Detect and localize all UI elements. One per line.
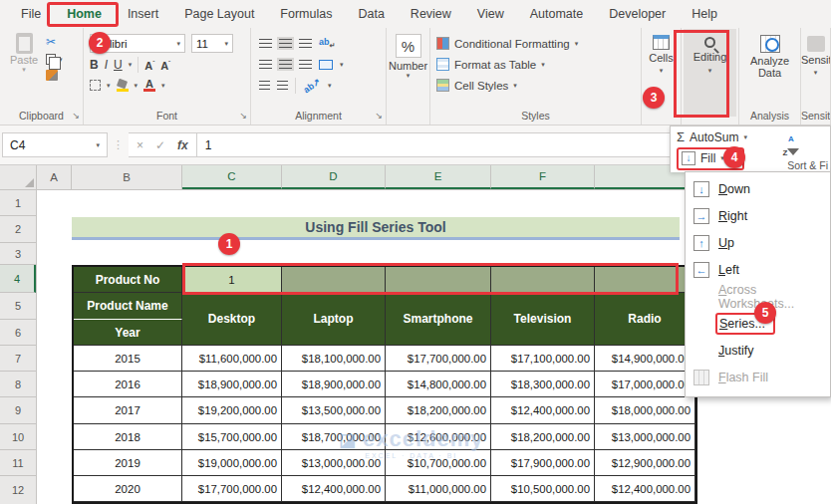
cell-year[interactable]: 2018 <box>74 424 182 450</box>
format-as-table-button[interactable]: Format as Table ▾ <box>430 54 641 75</box>
merge-chevron-icon[interactable]: ▾ <box>340 61 344 68</box>
align-left-icon[interactable] <box>259 60 272 69</box>
row-header-1[interactable]: 1 <box>0 190 36 216</box>
cell-value[interactable]: $18,200,000.00 <box>491 424 595 450</box>
cell-year[interactable]: 2016 <box>74 372 182 397</box>
cell-value[interactable]: $19,200,000.00 <box>182 397 282 424</box>
cell-value[interactable]: $17,000,000.00 <box>595 372 695 397</box>
tab-developer[interactable]: Developer <box>596 2 679 26</box>
cells-group-button[interactable]: Cells ▾ <box>642 28 682 125</box>
cell-year[interactable]: 2015 <box>74 346 182 372</box>
cell-value[interactable]: $18,900,000.00 <box>282 372 386 397</box>
cell-product-laptop[interactable]: Laptop <box>282 293 386 346</box>
decrease-indent-icon[interactable] <box>259 81 270 90</box>
cancel-icon[interactable]: × <box>137 138 143 152</box>
cell-value[interactable]: $12,600,000.00 <box>386 424 491 450</box>
cut-icon[interactable]: ✂ <box>46 36 63 49</box>
cell-value[interactable]: $18,700,000.00 <box>282 424 386 450</box>
row-header-9[interactable]: 9 <box>0 397 36 424</box>
cell-e4-selected[interactable] <box>386 267 491 293</box>
cell-value[interactable]: $12,400,000.00 <box>282 476 386 502</box>
col-header-a[interactable]: A <box>37 165 72 189</box>
row-header-3[interactable]: 3 <box>0 243 36 265</box>
menu-item-left[interactable]: ← Left <box>686 256 830 283</box>
sensitivity-button[interactable]: Sensit ▾ Sensit <box>801 28 831 125</box>
format-painter-icon[interactable] <box>46 70 58 81</box>
conditional-formatting-button[interactable]: Conditional Formatting ▾ <box>430 33 641 54</box>
tab-review[interactable]: Review <box>398 2 464 26</box>
tab-home[interactable]: Home <box>54 2 115 26</box>
paste-button[interactable]: Paste ▾ <box>4 33 44 73</box>
cell-value[interactable]: $17,900,000.00 <box>491 450 595 476</box>
fill-color-button[interactable] <box>117 80 129 92</box>
insert-function-icon[interactable]: fx <box>177 138 188 152</box>
col-header-b[interactable]: B <box>72 165 182 189</box>
cell-value[interactable]: $17,700,000.00 <box>386 346 491 372</box>
col-header-f[interactable]: F <box>491 165 595 189</box>
cell-value[interactable]: $17,100,000.00 <box>491 346 595 372</box>
cell-year[interactable]: 2019 <box>74 450 182 476</box>
cell-value[interactable]: $14,900,000.00 <box>595 346 695 372</box>
name-box[interactable]: C4 ▾ <box>2 132 108 157</box>
cell-value[interactable]: $12,400,000.00 <box>491 397 595 424</box>
cell-value[interactable]: $18,900,000.00 <box>182 372 282 397</box>
clipboard-dialog-launcher-icon[interactable]: ↘ <box>72 111 80 121</box>
cell-styles-button[interactable]: Cell Styles ▾ <box>430 75 641 96</box>
tab-automate[interactable]: Automate <box>517 2 597 26</box>
cell-value[interactable]: $12,400,000.00 <box>595 476 695 502</box>
analyze-data-button[interactable]: Analyze Data Analysis <box>739 28 801 125</box>
grow-font-button[interactable]: Aˆ <box>144 58 154 71</box>
fill-color-chevron-icon[interactable]: ▾ <box>135 82 138 89</box>
cell-value[interactable]: $17,700,000.00 <box>182 476 282 502</box>
row-header-4[interactable]: 4 <box>0 265 36 293</box>
cell-product-desktop[interactable]: Desktop <box>182 293 282 346</box>
tab-formulas[interactable]: Formulas <box>267 2 345 26</box>
borders-chevron-icon[interactable]: ▾ <box>107 82 111 89</box>
cell-g4-selected[interactable] <box>595 267 695 293</box>
col-header-e[interactable]: E <box>386 165 491 189</box>
number-chevron-icon[interactable]: ▾ <box>387 72 429 79</box>
cell-product-television[interactable]: Television <box>491 293 595 346</box>
cell-value[interactable]: $11,000,000.00 <box>386 476 491 502</box>
autosum-button[interactable]: Σ AutoSum ▾ <box>671 126 830 147</box>
cell-year[interactable]: 2020 <box>74 476 182 502</box>
orientation-icon[interactable]: ab↗ <box>302 76 323 95</box>
tab-file[interactable]: File <box>8 2 54 26</box>
col-header-c[interactable]: C <box>182 165 282 189</box>
align-right-icon[interactable] <box>299 60 312 69</box>
editing-group-button[interactable]: Editing ▾ <box>682 28 739 125</box>
cell-value[interactable]: $18,300,000.00 <box>491 372 595 397</box>
shrink-font-button[interactable]: Aˇ <box>160 58 170 71</box>
menu-item-up[interactable]: ↑ Up <box>686 229 830 256</box>
align-bottom-icon[interactable] <box>299 39 312 48</box>
tab-data[interactable]: Data <box>345 2 397 26</box>
cell-product-smartphone[interactable]: Smartphone <box>386 293 491 346</box>
cell-value[interactable]: $12,900,000.00 <box>595 450 695 476</box>
tab-insert[interactable]: Insert <box>115 2 171 26</box>
menu-item-justify[interactable]: Justify <box>686 337 830 364</box>
number-group-button[interactable]: Number <box>387 60 429 72</box>
wrap-text-icon[interactable]: ab↵ <box>319 37 335 50</box>
tab-view[interactable]: View <box>464 2 517 26</box>
underline-button[interactable]: U <box>114 59 123 71</box>
align-middle-icon[interactable] <box>279 39 292 48</box>
cell-product-name[interactable]: Product Name <box>74 293 182 320</box>
font-color-button[interactable]: A <box>143 79 155 92</box>
cell-value[interactable]: $13,500,000.00 <box>282 397 386 424</box>
cell-value[interactable]: $18,000,000.00 <box>595 397 695 424</box>
cell-value[interactable]: $11,600,000.00 <box>182 346 282 372</box>
sort-filter-icon[interactable]: AZ <box>778 130 804 158</box>
cell-value[interactable]: $13,000,000.00 <box>595 424 695 450</box>
align-center-icon[interactable] <box>279 60 292 69</box>
cell-value[interactable]: $14,800,000.00 <box>386 372 491 397</box>
cell-product-radio[interactable]: Radio <box>595 293 695 346</box>
enter-icon[interactable]: ✓ <box>155 138 165 152</box>
row-header-11[interactable]: 11 <box>0 450 36 476</box>
tab-page-layout[interactable]: Page Layout <box>171 2 267 26</box>
cell-value[interactable]: $19,000,000.00 <box>182 450 282 476</box>
cell-value[interactable]: $18,100,000.00 <box>282 346 386 372</box>
row-header-5[interactable]: 5 <box>0 293 36 320</box>
orientation-chevron-icon[interactable]: ▾ <box>328 82 332 89</box>
increase-indent-icon[interactable] <box>277 81 288 90</box>
menu-item-down[interactable]: ↓ Down <box>686 175 830 202</box>
